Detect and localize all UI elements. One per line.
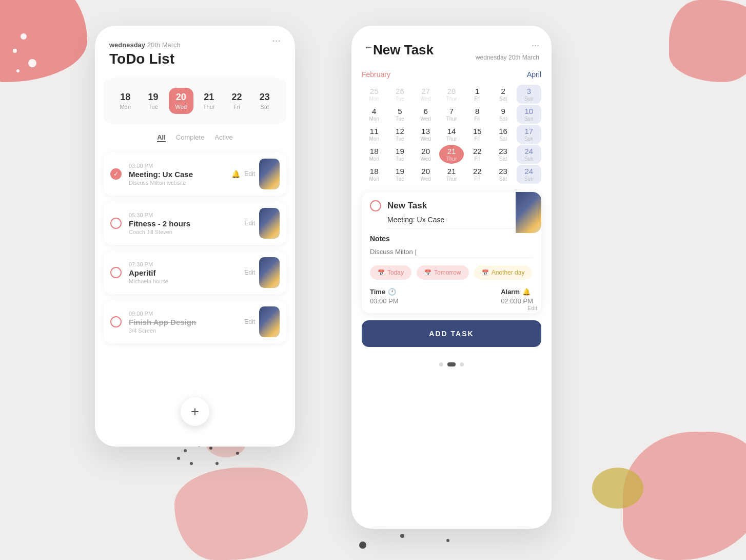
notes-input[interactable] bbox=[370, 246, 533, 258]
task-edit-button[interactable]: Edit bbox=[244, 170, 255, 178]
alarm-block: Alarm 🔔 02:030 PM bbox=[501, 288, 533, 305]
cal-cell-4[interactable]: 4Mon bbox=[362, 105, 386, 124]
cal-cell-19[interactable]: 19Tue bbox=[387, 165, 412, 184]
alarm-value[interactable]: 02:030 PM bbox=[501, 297, 533, 305]
date-btn-today[interactable]: 📅Today bbox=[370, 265, 411, 280]
cal-cell-8[interactable]: 8Fri bbox=[465, 105, 489, 124]
task-form-check[interactable] bbox=[370, 200, 381, 211]
task-thumbnail bbox=[259, 208, 280, 239]
right-date: wednesday 20th March bbox=[476, 54, 539, 61]
task-edit-button[interactable]: Edit bbox=[244, 269, 255, 276]
cal-cell-18[interactable]: 18Mon bbox=[362, 145, 386, 164]
cal-cell-1[interactable]: 1Fri bbox=[465, 85, 489, 104]
next-month-label[interactable]: April bbox=[527, 70, 541, 79]
date-btn-another[interactable]: 📅Another day bbox=[474, 265, 533, 280]
left-date-line: wednesday 20th March bbox=[109, 41, 281, 49]
task-check[interactable] bbox=[110, 168, 122, 180]
task-list: 03:00 PM Meeting: Ux Case Discuss Milton… bbox=[95, 148, 295, 354]
right-more-menu[interactable]: ··· bbox=[476, 40, 539, 51]
date-strip-item-23[interactable]: 23Sat bbox=[252, 88, 277, 114]
date-strip-item-22[interactable]: 22Fri bbox=[224, 88, 249, 114]
task-check[interactable] bbox=[110, 316, 122, 327]
cal-cell-11[interactable]: 11Mon bbox=[362, 125, 386, 144]
new-task-form: New Task Notes 📅Today📅Tomorrow📅Another d… bbox=[362, 192, 541, 313]
date-strip-item-19[interactable]: 19Tue bbox=[141, 88, 165, 114]
filter-tabs: AllCompleteActive bbox=[95, 129, 295, 148]
cal-cell-10[interactable]: 10Sun bbox=[517, 105, 541, 124]
task-check[interactable] bbox=[110, 218, 122, 229]
cal-cell-13[interactable]: 13Wed bbox=[414, 125, 438, 144]
right-header-center: New Task bbox=[373, 40, 476, 58]
add-task-button[interactable]: ADD TASK bbox=[362, 320, 541, 347]
cal-cell-23[interactable]: 23Sat bbox=[490, 145, 515, 164]
cal-cell-20[interactable]: 20Wed bbox=[414, 145, 438, 164]
new-task-phone: ← New Task ··· wednesday 20th March Febr… bbox=[351, 26, 552, 529]
task-thumbnail bbox=[259, 159, 280, 189]
date-strip-item-20[interactable]: 20Wed bbox=[169, 88, 193, 114]
cal-cell-28[interactable]: 28Thur bbox=[439, 85, 464, 104]
task-check[interactable] bbox=[110, 267, 122, 278]
cal-cell-21[interactable]: 21Thur bbox=[439, 165, 464, 184]
task-name-input[interactable] bbox=[387, 211, 520, 228]
page-dot-1[interactable] bbox=[447, 362, 456, 366]
cal-cell-27[interactable]: 27Wed bbox=[414, 85, 438, 104]
cal-cell-9[interactable]: 9Sat bbox=[490, 105, 515, 124]
notes-label: Notes bbox=[370, 235, 533, 243]
cal-cell-2[interactable]: 2Sat bbox=[490, 85, 515, 104]
cal-cell-12[interactable]: 12Tue bbox=[387, 125, 412, 144]
back-button[interactable]: ← bbox=[364, 42, 373, 53]
cal-cell-25[interactable]: 25Mon bbox=[362, 85, 386, 104]
task-card: 03:00 PM Meeting: Ux Case Discuss Milton… bbox=[103, 152, 287, 196]
right-day-label: wednesday bbox=[476, 54, 507, 61]
filter-tab-all[interactable]: All bbox=[157, 133, 166, 142]
left-day-label: wednesday bbox=[109, 41, 145, 49]
filter-tab-complete[interactable]: Complete bbox=[176, 133, 205, 142]
page-dot-0[interactable] bbox=[439, 362, 443, 366]
cal-cell-19[interactable]: 19Tue bbox=[387, 145, 412, 164]
filter-tab-active[interactable]: Active bbox=[214, 133, 232, 142]
task-edit-button[interactable]: Edit bbox=[244, 220, 255, 227]
left-page-title: ToDo List bbox=[109, 51, 281, 67]
task-name: Fitness - 2 hours bbox=[129, 219, 244, 228]
left-more-menu[interactable]: ··· bbox=[272, 34, 281, 46]
cal-cell-26[interactable]: 26Tue bbox=[387, 85, 412, 104]
date-btn-tomorrow[interactable]: 📅Tomorrow bbox=[417, 265, 469, 280]
cal-cell-23[interactable]: 23Sat bbox=[490, 165, 515, 184]
task-form-title: New Task bbox=[387, 201, 533, 211]
cal-cell-24[interactable]: 24Sun bbox=[517, 145, 541, 164]
task-thumbnail bbox=[259, 257, 280, 288]
task-card: 07:30 PM Aperitif Michaela house Edit bbox=[103, 251, 287, 294]
task-sub: Discuss Milton website bbox=[129, 180, 231, 186]
task-info: 03:00 PM Meeting: Ux Case Discuss Milton… bbox=[129, 163, 231, 186]
date-strip-item-18[interactable]: 18Mon bbox=[113, 88, 138, 114]
prev-month-label[interactable]: February bbox=[362, 70, 390, 79]
cal-cell-22[interactable]: 22Fri bbox=[465, 145, 489, 164]
task-edit-button[interactable]: Edit bbox=[244, 318, 255, 325]
task-name: Finish App Design bbox=[129, 318, 244, 326]
cal-cell-17[interactable]: 17Sun bbox=[517, 125, 541, 144]
date-strip-item-21[interactable]: 21Thur bbox=[197, 88, 221, 114]
cal-cell-7[interactable]: 7Thur bbox=[439, 105, 464, 124]
task-time: 09:00 PM bbox=[129, 311, 244, 317]
cal-cell-21[interactable]: 21Thur bbox=[439, 145, 464, 164]
cal-cell-16[interactable]: 16Sat bbox=[490, 125, 515, 144]
cal-cell-22[interactable]: 22Fri bbox=[465, 165, 489, 184]
page-dot-2[interactable] bbox=[460, 362, 464, 366]
left-header: wednesday 20th March ··· ToDo List bbox=[95, 26, 295, 72]
cal-cell-6[interactable]: 6Wed bbox=[414, 105, 438, 124]
time-value[interactable]: 03:00 PM bbox=[370, 297, 399, 305]
cal-cell-20[interactable]: 20Wed bbox=[414, 165, 438, 184]
cal-cell-14[interactable]: 14Thur bbox=[439, 125, 464, 144]
task-form-edit[interactable]: Edit bbox=[527, 305, 537, 311]
blob-bottom-center bbox=[174, 468, 308, 560]
cal-cell-5[interactable]: 5Tue bbox=[387, 105, 412, 124]
calendar-nav: February April bbox=[362, 70, 541, 79]
cal-cell-3[interactable]: 3Sun bbox=[517, 85, 541, 104]
add-task-fab[interactable]: + bbox=[181, 397, 209, 426]
cal-cell-18[interactable]: 18Mon bbox=[362, 165, 386, 184]
cal-cell-24[interactable]: 24Sun bbox=[517, 165, 541, 184]
cal-cell-15[interactable]: 15Fri bbox=[465, 125, 489, 144]
task-bell-icon[interactable]: 🔔 bbox=[231, 170, 240, 178]
task-thumbnail bbox=[259, 306, 280, 337]
calendar-icon: 📅 bbox=[482, 269, 489, 276]
